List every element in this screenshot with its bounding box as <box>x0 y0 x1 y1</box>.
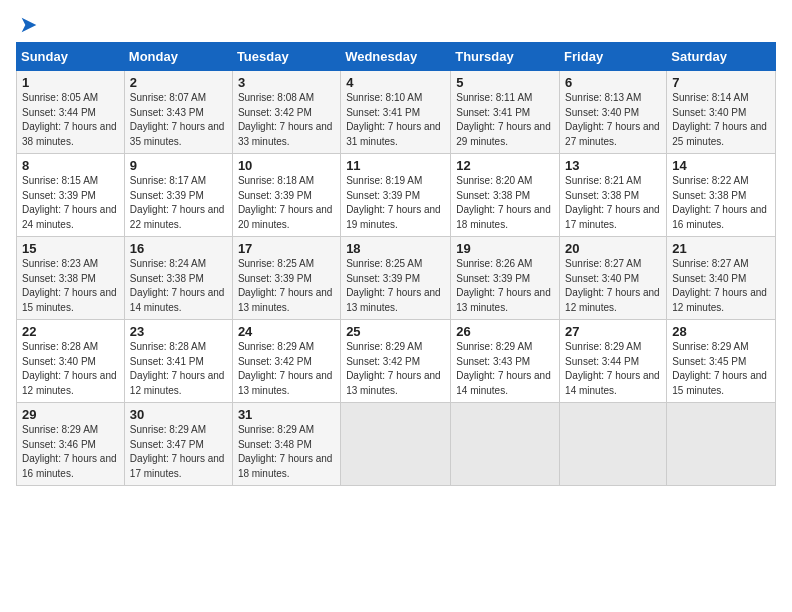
day-info: Sunrise: 8:15 AMSunset: 3:39 PMDaylight:… <box>22 174 120 232</box>
day-info: Sunrise: 8:18 AMSunset: 3:39 PMDaylight:… <box>238 174 336 232</box>
calendar-table: SundayMondayTuesdayWednesdayThursdayFrid… <box>16 42 776 486</box>
calendar-day-header: Monday <box>124 43 232 71</box>
day-number: 16 <box>130 241 228 256</box>
calendar-cell: 23Sunrise: 8:28 AMSunset: 3:41 PMDayligh… <box>124 320 232 403</box>
calendar-cell: 17Sunrise: 8:25 AMSunset: 3:39 PMDayligh… <box>232 237 340 320</box>
day-number: 8 <box>22 158 120 173</box>
day-info: Sunrise: 8:13 AMSunset: 3:40 PMDaylight:… <box>565 91 662 149</box>
day-number: 25 <box>346 324 446 339</box>
day-info: Sunrise: 8:29 AMSunset: 3:42 PMDaylight:… <box>346 340 446 398</box>
day-number: 3 <box>238 75 336 90</box>
day-number: 26 <box>456 324 555 339</box>
calendar-cell: 13Sunrise: 8:21 AMSunset: 3:38 PMDayligh… <box>560 154 667 237</box>
day-info: Sunrise: 8:25 AMSunset: 3:39 PMDaylight:… <box>238 257 336 315</box>
day-info: Sunrise: 8:17 AMSunset: 3:39 PMDaylight:… <box>130 174 228 232</box>
calendar-cell: 29Sunrise: 8:29 AMSunset: 3:46 PMDayligh… <box>17 403 125 486</box>
calendar-cell <box>341 403 451 486</box>
day-number: 23 <box>130 324 228 339</box>
calendar-cell: 27Sunrise: 8:29 AMSunset: 3:44 PMDayligh… <box>560 320 667 403</box>
calendar-cell: 31Sunrise: 8:29 AMSunset: 3:48 PMDayligh… <box>232 403 340 486</box>
day-info: Sunrise: 8:29 AMSunset: 3:44 PMDaylight:… <box>565 340 662 398</box>
day-info: Sunrise: 8:27 AMSunset: 3:40 PMDaylight:… <box>672 257 771 315</box>
day-number: 17 <box>238 241 336 256</box>
day-number: 2 <box>130 75 228 90</box>
calendar-cell: 7Sunrise: 8:14 AMSunset: 3:40 PMDaylight… <box>667 71 776 154</box>
logo <box>16 16 40 36</box>
day-number: 10 <box>238 158 336 173</box>
calendar-header-row: SundayMondayTuesdayWednesdayThursdayFrid… <box>17 43 776 71</box>
calendar-cell: 12Sunrise: 8:20 AMSunset: 3:38 PMDayligh… <box>451 154 560 237</box>
calendar-cell: 16Sunrise: 8:24 AMSunset: 3:38 PMDayligh… <box>124 237 232 320</box>
day-number: 22 <box>22 324 120 339</box>
day-number: 31 <box>238 407 336 422</box>
calendar-cell: 3Sunrise: 8:08 AMSunset: 3:42 PMDaylight… <box>232 71 340 154</box>
calendar-cell: 2Sunrise: 8:07 AMSunset: 3:43 PMDaylight… <box>124 71 232 154</box>
day-number: 1 <box>22 75 120 90</box>
day-info: Sunrise: 8:29 AMSunset: 3:46 PMDaylight:… <box>22 423 120 481</box>
day-number: 20 <box>565 241 662 256</box>
day-number: 27 <box>565 324 662 339</box>
calendar-cell: 15Sunrise: 8:23 AMSunset: 3:38 PMDayligh… <box>17 237 125 320</box>
day-number: 11 <box>346 158 446 173</box>
day-info: Sunrise: 8:28 AMSunset: 3:40 PMDaylight:… <box>22 340 120 398</box>
day-number: 21 <box>672 241 771 256</box>
calendar-cell: 6Sunrise: 8:13 AMSunset: 3:40 PMDaylight… <box>560 71 667 154</box>
day-info: Sunrise: 8:14 AMSunset: 3:40 PMDaylight:… <box>672 91 771 149</box>
day-info: Sunrise: 8:26 AMSunset: 3:39 PMDaylight:… <box>456 257 555 315</box>
day-number: 24 <box>238 324 336 339</box>
day-info: Sunrise: 8:21 AMSunset: 3:38 PMDaylight:… <box>565 174 662 232</box>
calendar-cell: 18Sunrise: 8:25 AMSunset: 3:39 PMDayligh… <box>341 237 451 320</box>
calendar-day-header: Thursday <box>451 43 560 71</box>
day-number: 9 <box>130 158 228 173</box>
calendar-week-row: 15Sunrise: 8:23 AMSunset: 3:38 PMDayligh… <box>17 237 776 320</box>
day-info: Sunrise: 8:22 AMSunset: 3:38 PMDaylight:… <box>672 174 771 232</box>
day-info: Sunrise: 8:29 AMSunset: 3:48 PMDaylight:… <box>238 423 336 481</box>
day-info: Sunrise: 8:10 AMSunset: 3:41 PMDaylight:… <box>346 91 446 149</box>
calendar-week-row: 8Sunrise: 8:15 AMSunset: 3:39 PMDaylight… <box>17 154 776 237</box>
calendar-cell: 1Sunrise: 8:05 AMSunset: 3:44 PMDaylight… <box>17 71 125 154</box>
calendar-cell: 24Sunrise: 8:29 AMSunset: 3:42 PMDayligh… <box>232 320 340 403</box>
day-number: 4 <box>346 75 446 90</box>
calendar-cell <box>451 403 560 486</box>
calendar-cell: 19Sunrise: 8:26 AMSunset: 3:39 PMDayligh… <box>451 237 560 320</box>
calendar-cell: 30Sunrise: 8:29 AMSunset: 3:47 PMDayligh… <box>124 403 232 486</box>
calendar-day-header: Saturday <box>667 43 776 71</box>
day-number: 14 <box>672 158 771 173</box>
day-info: Sunrise: 8:27 AMSunset: 3:40 PMDaylight:… <box>565 257 662 315</box>
calendar-cell: 4Sunrise: 8:10 AMSunset: 3:41 PMDaylight… <box>341 71 451 154</box>
logo-arrow-icon <box>18 14 40 36</box>
day-info: Sunrise: 8:05 AMSunset: 3:44 PMDaylight:… <box>22 91 120 149</box>
day-number: 12 <box>456 158 555 173</box>
day-info: Sunrise: 8:29 AMSunset: 3:43 PMDaylight:… <box>456 340 555 398</box>
day-number: 19 <box>456 241 555 256</box>
day-info: Sunrise: 8:08 AMSunset: 3:42 PMDaylight:… <box>238 91 336 149</box>
calendar-cell: 25Sunrise: 8:29 AMSunset: 3:42 PMDayligh… <box>341 320 451 403</box>
calendar-cell: 28Sunrise: 8:29 AMSunset: 3:45 PMDayligh… <box>667 320 776 403</box>
calendar-cell: 22Sunrise: 8:28 AMSunset: 3:40 PMDayligh… <box>17 320 125 403</box>
calendar-day-header: Tuesday <box>232 43 340 71</box>
page: SundayMondayTuesdayWednesdayThursdayFrid… <box>0 0 792 612</box>
calendar-cell: 20Sunrise: 8:27 AMSunset: 3:40 PMDayligh… <box>560 237 667 320</box>
day-info: Sunrise: 8:29 AMSunset: 3:42 PMDaylight:… <box>238 340 336 398</box>
day-number: 6 <box>565 75 662 90</box>
svg-marker-0 <box>22 18 37 33</box>
day-info: Sunrise: 8:29 AMSunset: 3:47 PMDaylight:… <box>130 423 228 481</box>
calendar-cell <box>667 403 776 486</box>
calendar-cell: 5Sunrise: 8:11 AMSunset: 3:41 PMDaylight… <box>451 71 560 154</box>
day-info: Sunrise: 8:24 AMSunset: 3:38 PMDaylight:… <box>130 257 228 315</box>
calendar-day-header: Wednesday <box>341 43 451 71</box>
day-info: Sunrise: 8:25 AMSunset: 3:39 PMDaylight:… <box>346 257 446 315</box>
calendar-week-row: 22Sunrise: 8:28 AMSunset: 3:40 PMDayligh… <box>17 320 776 403</box>
calendar-cell: 21Sunrise: 8:27 AMSunset: 3:40 PMDayligh… <box>667 237 776 320</box>
day-info: Sunrise: 8:11 AMSunset: 3:41 PMDaylight:… <box>456 91 555 149</box>
calendar-cell: 11Sunrise: 8:19 AMSunset: 3:39 PMDayligh… <box>341 154 451 237</box>
day-number: 15 <box>22 241 120 256</box>
day-info: Sunrise: 8:28 AMSunset: 3:41 PMDaylight:… <box>130 340 228 398</box>
day-number: 30 <box>130 407 228 422</box>
day-info: Sunrise: 8:20 AMSunset: 3:38 PMDaylight:… <box>456 174 555 232</box>
calendar-week-row: 1Sunrise: 8:05 AMSunset: 3:44 PMDaylight… <box>17 71 776 154</box>
calendar-cell: 14Sunrise: 8:22 AMSunset: 3:38 PMDayligh… <box>667 154 776 237</box>
calendar-day-header: Friday <box>560 43 667 71</box>
day-number: 29 <box>22 407 120 422</box>
calendar-cell <box>560 403 667 486</box>
